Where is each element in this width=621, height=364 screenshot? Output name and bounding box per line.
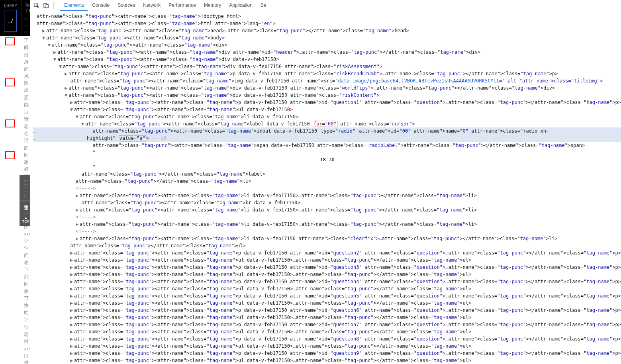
page-left-panel: 为了便于你了解自身的风险承受能力，请您会话的问题标记的知识点，请按照xxxxxx… <box>0 0 30 364</box>
devtools-tab[interactable]: Se <box>257 0 270 11</box>
devtools-header: ElementsConsoleSourcesNetworkPerformance… <box>30 0 621 11</box>
devtools-tab[interactable]: Sources <box>114 0 139 11</box>
xpath-query-input[interactable] <box>4 10 17 32</box>
device-toggle-icon[interactable] <box>42 2 50 10</box>
inspect-icon[interactable] <box>33 2 41 10</box>
devtools-tab[interactable]: Network <box>139 0 165 11</box>
toolbar-headset-icon[interactable]: 🎧 <box>20 188 30 201</box>
highlight-box <box>5 151 15 159</box>
xpath-query-bar: 为了便于你了解自身的风险承受能力，请您会话的问题标记的知识点，请按照xxxxxx… <box>0 0 30 36</box>
highlight-box <box>5 37 15 45</box>
devtools-tab[interactable]: Memory <box>200 0 225 11</box>
highlight-box <box>5 119 15 127</box>
devtools-panel: ElementsConsoleSourcesNetworkPerformance… <box>30 0 621 364</box>
svg-rect-5 <box>46 4 48 8</box>
highlight-box <box>5 78 15 86</box>
devtools-tab[interactable]: Elements <box>60 0 88 11</box>
devtools-tab[interactable]: Performance <box>165 0 200 11</box>
results-label: RESULTS (13) <box>25 3 30 14</box>
dom-tree[interactable]: attr-name">class="tag-punc"><attr-name">… <box>30 11 621 364</box>
toolbar-qr-icon[interactable]: ▦ <box>20 201 30 213</box>
devtools-tab[interactable]: Console <box>88 0 114 11</box>
toolbar-top-button[interactable]: ▲TOP <box>20 213 30 226</box>
survey-form: 1.您的年龄是：18-3031-4546-5960以上2.您的家庭年收入（人民币… <box>0 36 30 364</box>
devtools-tab[interactable]: Application <box>225 0 257 11</box>
toolbar-grid-icon[interactable]: ⬚ <box>20 175 30 188</box>
query-label: QUERY <box>4 3 17 8</box>
side-toolbar: ⬚ 🎧 ▦ ▲TOP <box>20 175 30 226</box>
